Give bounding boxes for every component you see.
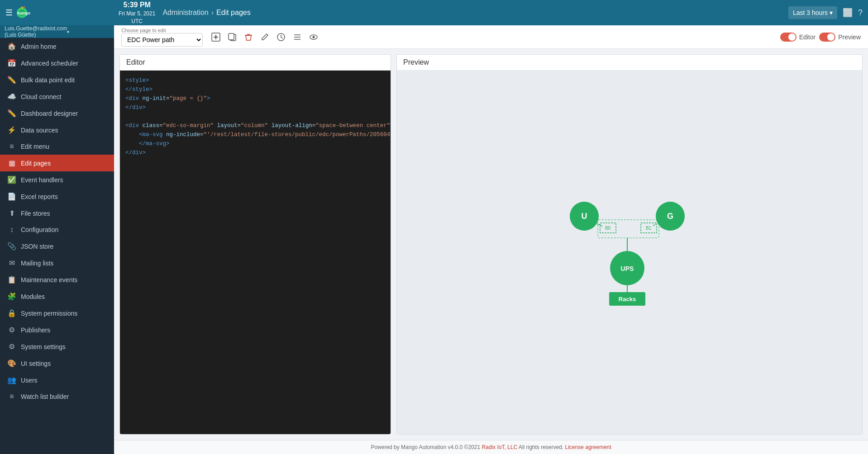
user-bar[interactable]: Luis.Guette@radixiot.com (Luis Güette) ▾ [0,25,114,38]
list-button[interactable] [291,30,304,44]
sidebar-item-system-permissions[interactable]: 🔒 System permissions [0,305,114,322]
edit-pages-icon: ▦ [7,159,16,167]
code-line-3: <div ng-init="page = {}"> [125,94,385,103]
list-icon [293,33,302,42]
cloud-icon: ☁️ [7,92,16,101]
sidebar-item-users[interactable]: 👥 Users [0,372,114,388]
panels-area: Editor <style> </style> <div ng-init="pa… [114,49,868,440]
copy-page-button[interactable] [225,30,239,44]
editor-panel-title: Editor [120,55,391,71]
edit-page-button[interactable] [258,30,272,44]
configuration-icon: ↕ [7,226,16,234]
sidebar-item-data-sources[interactable]: ⚡ Data sources [0,122,114,138]
sidebar-label: Edit menu [21,143,49,150]
users-icon: 👥 [7,376,16,384]
sidebar-label: Maintenance events [21,276,77,284]
view-button[interactable] [307,30,320,44]
svg-text:Racks: Racks [619,296,636,303]
sidebar-item-admin-home[interactable]: 🏠 Admin home [0,38,114,55]
header-right: Last 3 hours ▾ ⬜ ? [788,6,863,19]
sidebar-item-json-store[interactable]: 📎 JSON store [0,238,114,255]
svg-rect-8 [229,33,234,40]
delete-icon [244,33,253,42]
editor-toggle-item: Editor [780,33,816,42]
code-line-2: </style> [125,85,385,94]
breadcrumb-separator: › [211,9,214,17]
code-line-1: <style> [125,76,385,85]
footer-text: Powered by Mango Automation v4.0.0 ©2021 [371,444,480,450]
home-icon: 🏠 [7,42,16,51]
history-icon [277,33,286,42]
history-button[interactable] [274,30,288,44]
svg-text:B1: B1 [646,226,652,231]
sidebar-item-event-handlers[interactable]: ✅ Event handlers [0,171,114,188]
bulk-edit-icon: ✏️ [7,76,16,84]
sidebar-label: Bulk data point edit [21,76,75,84]
sidebar-item-mailing-lists[interactable]: ✉ Mailing lists [0,255,114,271]
sidebar-item-ui-settings[interactable]: 🎨 UI settings [0,355,114,372]
sidebar-label: System settings [21,343,66,350]
json-store-icon: 📎 [7,242,16,251]
user-email: Luis.Guette@radixiot.com (Luis Güette) [5,25,67,38]
user-dropdown-arrow: ▾ [67,29,110,34]
svg-point-15 [313,36,315,38]
sidebar-item-dashboard-designer[interactable]: ✏️ Dashboard designer [0,105,114,122]
content-area: Choose page to edit EDC Power path [114,25,868,454]
watch-list-icon: ≡ [7,393,16,401]
svg-text:B0: B0 [605,226,611,231]
sidebar-label: Mailing lists [21,260,53,267]
eye-icon [309,33,318,42]
sidebar-label: Advanced scheduler [21,60,78,67]
sidebar-label: Publishers [21,326,50,334]
delete-page-button[interactable] [242,30,255,44]
dashboard-icon: ✏️ [7,109,16,118]
sidebar-item-edit-pages[interactable]: ▦ Edit pages [0,155,114,171]
sidebar-item-excel-reports[interactable]: 📄 Excel reports [0,188,114,205]
time-range-label: Last 3 hours [793,9,828,16]
page-selector-dropdown[interactable]: EDC Power path [121,33,203,47]
breadcrumb-area: Administration › Edit pages [155,9,788,17]
sidebar-label: Edit pages [21,160,51,167]
sidebar-label: UI settings [21,360,51,367]
sidebar-item-file-stores[interactable]: ⬆ File stores [0,205,114,222]
sidebar-item-maintenance-events[interactable]: 📋 Maintenance events [0,271,114,288]
file-stores-icon: ⬆ [7,209,16,218]
sidebar-item-watch-list-builder[interactable]: ≡ Watch list builder [0,388,114,405]
time-range-button[interactable]: Last 3 hours ▾ [788,6,837,19]
sidebar-item-bulk-data-point-edit[interactable]: ✏️ Bulk data point edit [0,71,114,88]
sidebar-item-edit-menu[interactable]: ≡ Edit menu [0,138,114,155]
help-button[interactable]: ? [858,8,863,18]
sidebar-item-cloud-connect[interactable]: ☁️ Cloud connect [0,88,114,105]
maintenance-icon: 📋 [7,275,16,284]
preview-toggle[interactable] [819,33,835,42]
sidebar-item-modules[interactable]: 🧩 Modules [0,288,114,305]
code-line-4: </div> [125,103,385,112]
timezone: UTC [119,18,155,25]
system-permissions-icon: 🔒 [7,309,16,317]
preview-toggle-item: Preview [819,33,861,42]
calendar-button[interactable]: ⬜ [843,8,853,18]
breadcrumb: Administration › Edit pages [162,9,250,17]
sidebar: Luis.Guette@radixiot.com (Luis Güette) ▾… [0,25,114,454]
hamburger-icon[interactable]: ☰ [5,8,13,18]
sidebar-item-publishers[interactable]: ⚙ Publishers [0,322,114,338]
footer-company-link[interactable]: Radix IoT, LLC [482,444,517,450]
toolbar-icons [209,30,320,44]
add-page-button[interactable] [209,30,223,44]
code-editor[interactable]: <style> </style> <div ng-init="page = {}… [120,71,391,434]
code-line-7: <ma-svg ng-include="'/rest/latest/file-s… [125,130,385,139]
sidebar-item-configuration[interactable]: ↕ Configuration [0,222,114,238]
sidebar-item-system-settings[interactable]: ⚙ System settings [0,338,114,355]
event-handlers-icon: ✅ [7,175,16,184]
sidebar-item-advanced-scheduler[interactable]: 📅 Advanced scheduler [0,55,114,71]
preview-content: U G B0 B1 [397,71,862,434]
breadcrumb-root[interactable]: Administration [162,9,208,17]
footer-license-link[interactable]: License agreement [565,444,611,450]
excel-reports-icon: 📄 [7,192,16,201]
editor-toggle[interactable] [780,33,796,42]
add-icon [211,33,220,42]
svg-text:mango: mango [17,11,31,15]
main-layout: Luis.Guette@radixiot.com (Luis Güette) ▾… [0,25,868,454]
preview-toggle-label: Preview [838,33,861,41]
mango-logo: mango [16,5,52,21]
